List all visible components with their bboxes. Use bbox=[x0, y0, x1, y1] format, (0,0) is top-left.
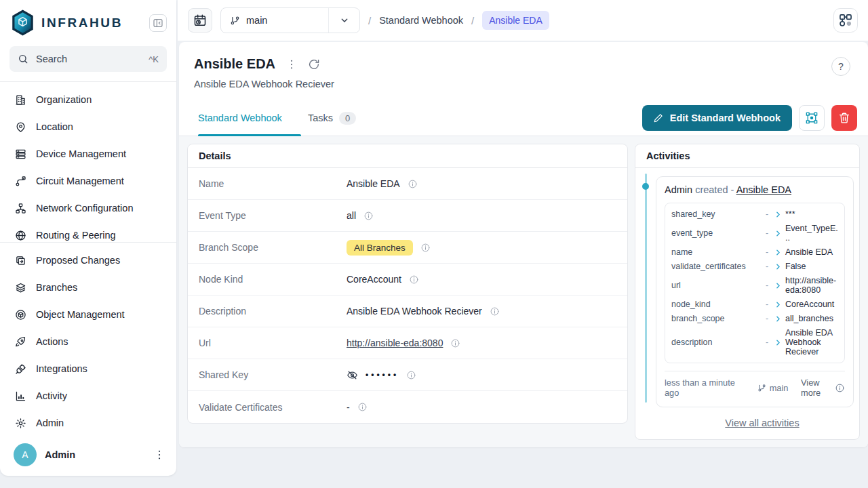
user-menu-kebab-button[interactable] bbox=[153, 449, 165, 461]
collapse-sidebar-button[interactable] bbox=[149, 14, 167, 32]
detail-label: Name bbox=[199, 178, 347, 189]
change-new-value: all_branches bbox=[785, 314, 838, 323]
sidebar-item-activity[interactable]: Activity bbox=[0, 382, 176, 409]
info-icon[interactable] bbox=[357, 402, 368, 412]
info-icon[interactable] bbox=[406, 370, 416, 380]
details-panel: Details NameAnsible EDAEvent TypeallBran… bbox=[187, 144, 628, 424]
chevron-right-icon bbox=[773, 249, 783, 256]
content-area: Details NameAnsible EDAEvent TypeallBran… bbox=[179, 136, 868, 447]
change-new-value: Ansible EDA Webhook Reciever bbox=[785, 328, 838, 357]
calendar-clock-icon bbox=[193, 14, 207, 27]
sidebar-item-proposed-changes[interactable]: Proposed Changes bbox=[0, 247, 176, 274]
activity-branch-name: main bbox=[770, 383, 789, 393]
sidebar-item-label: Routing & Peering bbox=[36, 230, 116, 241]
change-name: shared_key bbox=[671, 209, 761, 219]
change-old-value: - bbox=[764, 281, 770, 290]
chevron-right-icon bbox=[773, 301, 783, 308]
view-all-activities-link[interactable]: View all activities bbox=[671, 407, 854, 439]
change-old-value: - bbox=[764, 338, 770, 347]
detail-label: Node Kind bbox=[199, 274, 347, 285]
route-icon bbox=[15, 176, 26, 187]
map-pin-icon bbox=[15, 121, 26, 133]
url-link[interactable]: http://ansible-eda:8080 bbox=[347, 338, 443, 348]
sidebar-header: INFRAHUB bbox=[0, 0, 176, 42]
search-shortcut: ^K bbox=[149, 54, 159, 64]
sidebar-item-device-management[interactable]: Device Management bbox=[0, 140, 176, 167]
gear-icon bbox=[15, 418, 26, 429]
activity-card: Admin created - Ansible EDA shared_key-*… bbox=[656, 176, 854, 407]
sidebar-item-branches[interactable]: Branches bbox=[0, 274, 176, 301]
info-icon[interactable] bbox=[408, 179, 418, 189]
activity-action: created bbox=[695, 184, 728, 195]
tab-tasks[interactable]: Tasks 0 bbox=[308, 100, 356, 136]
sidebar-item-organization[interactable]: Organization bbox=[0, 86, 176, 113]
title-kebab-button[interactable] bbox=[285, 58, 298, 70]
schema-visualizer-button[interactable] bbox=[833, 8, 858, 33]
time-travel-button[interactable] bbox=[188, 8, 212, 33]
detail-label: Event Type bbox=[199, 210, 347, 221]
edit-standard-webhook-button[interactable]: Edit Standard Webhook bbox=[642, 105, 792, 131]
sidebar-item-location[interactable]: Location bbox=[0, 113, 176, 140]
change-name: node_kind bbox=[671, 300, 761, 309]
tab-label: Tasks bbox=[308, 113, 333, 123]
breadcrumb-standard-webhook[interactable]: Standard Webhook bbox=[379, 15, 463, 26]
help-button[interactable]: ? bbox=[831, 57, 850, 76]
infrahub-logo-icon bbox=[10, 9, 35, 37]
manage-groups-button[interactable] bbox=[799, 105, 825, 131]
breadcrumb-separator: / bbox=[368, 15, 371, 26]
branch-selector-toggle[interactable] bbox=[328, 8, 359, 33]
sidebar-item-integrations[interactable]: Integrations bbox=[0, 355, 176, 382]
sidebar-item-actions[interactable]: Actions bbox=[0, 328, 176, 355]
sidebar-item-circuit-management[interactable]: Circuit Management bbox=[0, 167, 176, 195]
app-root: INFRAHUB Search ^K OrganizationLocationD… bbox=[0, 0, 868, 488]
info-icon[interactable] bbox=[835, 383, 845, 393]
user-menu[interactable]: A Admin bbox=[0, 436, 176, 476]
sidebar-item-label: Admin bbox=[36, 418, 64, 428]
sidebar-nav-primary: OrganizationLocationDevice ManagementCir… bbox=[0, 82, 176, 242]
info-icon[interactable] bbox=[420, 243, 431, 253]
server-icon bbox=[15, 148, 26, 160]
detail-label: Branch Scope bbox=[199, 242, 347, 253]
sidebar-item-label: Branches bbox=[36, 282, 77, 293]
sidebar-item-label: Location bbox=[36, 121, 73, 132]
detail-value-text: all bbox=[347, 210, 356, 221]
activities-body: Admin created - Ansible EDA shared_key-*… bbox=[635, 168, 859, 439]
detail-row-url: Urlhttp://ansible-eda:8080 bbox=[188, 327, 627, 359]
main-area: main / Standard Webhook / Ansible EDA An… bbox=[178, 0, 868, 488]
detail-row-node-kind: Node KindCoreAccount bbox=[188, 264, 627, 296]
diff-icon bbox=[15, 255, 26, 266]
change-name: url bbox=[671, 281, 761, 290]
info-icon[interactable] bbox=[363, 211, 374, 221]
brand[interactable]: INFRAHUB bbox=[10, 9, 149, 37]
activity-footer: less than a minute ago main View more bbox=[665, 371, 845, 399]
change-old-value: - bbox=[764, 314, 770, 323]
breadcrumb-ansible-eda[interactable]: Ansible EDA bbox=[482, 11, 549, 30]
delete-button[interactable] bbox=[831, 105, 857, 131]
change-old-value: - bbox=[764, 228, 770, 238]
refresh-button[interactable] bbox=[308, 58, 320, 70]
view-more-link[interactable]: View more bbox=[801, 378, 831, 398]
info-icon[interactable] bbox=[490, 306, 500, 317]
chart-icon bbox=[15, 390, 26, 402]
detail-value-text: Ansible EDA Webhook Reciever bbox=[347, 306, 482, 317]
activity-target-link[interactable]: Ansible EDA bbox=[736, 184, 791, 195]
sidebar-item-network-configuration[interactable]: Network Configuration bbox=[0, 195, 176, 222]
change-name: event_type bbox=[671, 228, 761, 238]
info-icon[interactable] bbox=[450, 338, 460, 348]
edit-button-label: Edit Standard Webhook bbox=[670, 113, 781, 123]
tab-standard-webhook[interactable]: Standard Webhook bbox=[198, 100, 282, 136]
info-icon[interactable] bbox=[409, 274, 419, 285]
detail-label: Shared Key bbox=[199, 369, 347, 380]
sidebar-item-object-management[interactable]: Object Management bbox=[0, 301, 176, 328]
building-icon bbox=[15, 94, 26, 106]
change-name: name bbox=[671, 247, 761, 257]
search-input[interactable]: Search ^K bbox=[9, 46, 167, 72]
timeline-dot bbox=[642, 183, 649, 190]
sidebar-item-admin[interactable]: Admin bbox=[0, 409, 176, 436]
plug-icon bbox=[15, 363, 26, 375]
activity-headline: Admin created - Ansible EDA bbox=[665, 184, 845, 195]
tab-label: Standard Webhook bbox=[198, 113, 282, 123]
rocket-icon bbox=[15, 336, 26, 348]
branch-selector[interactable]: main bbox=[220, 7, 360, 33]
sidebar-item-routing-peering[interactable]: Routing & Peering bbox=[0, 222, 176, 242]
